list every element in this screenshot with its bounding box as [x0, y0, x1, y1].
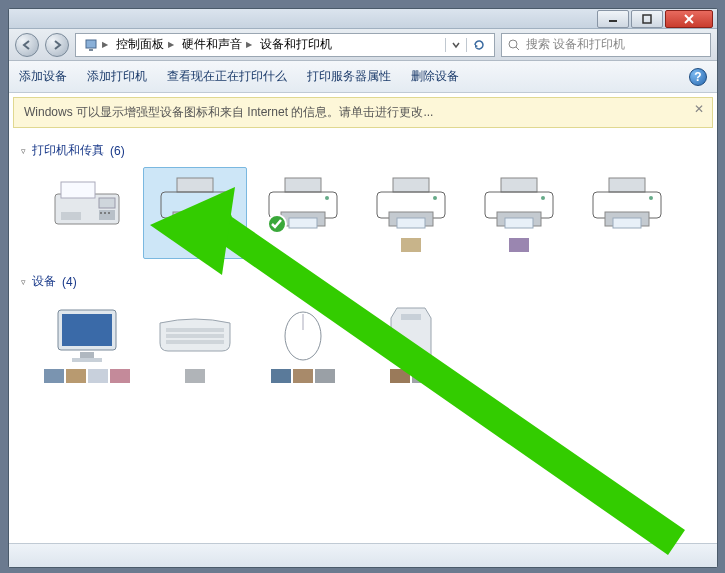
- swatch-row: [401, 238, 421, 252]
- info-close-button[interactable]: ✕: [694, 102, 704, 116]
- item-icon-box: [479, 174, 559, 234]
- svg-rect-5: [89, 49, 93, 51]
- color-swatch: [315, 369, 335, 383]
- maximize-icon: [642, 14, 652, 24]
- refresh-button[interactable]: [466, 38, 490, 52]
- printer-item[interactable]: [143, 167, 247, 259]
- search-icon: [508, 39, 520, 51]
- window-controls: [595, 10, 713, 28]
- color-swatch: [509, 238, 529, 252]
- item-icon-box: [371, 174, 451, 234]
- mouse-icon: [279, 308, 327, 362]
- printer-item[interactable]: [467, 167, 571, 259]
- explorer-window: ▶ 控制面板 ▶ 硬件和声音 ▶ 设备和打印机 搜索 设备和打印机: [8, 8, 718, 568]
- svg-rect-1: [643, 15, 651, 23]
- collapse-icon: ▿: [21, 277, 26, 287]
- swatch-row: [390, 369, 432, 383]
- arrow-right-icon: [51, 39, 63, 51]
- color-swatch: [44, 369, 64, 383]
- minimize-icon: [608, 14, 618, 24]
- help-icon: ?: [689, 68, 707, 86]
- content-pane: ▿ 打印机和传真 (6) ▿ 设备 (4): [9, 132, 717, 543]
- arrow-left-icon: [21, 39, 33, 51]
- color-swatch: [293, 369, 313, 383]
- nav-back-button[interactable]: [15, 33, 39, 57]
- breadcrumb-root[interactable]: ▶: [80, 38, 112, 52]
- close-button[interactable]: [665, 10, 713, 28]
- devices-group-body: [21, 294, 705, 400]
- search-input[interactable]: 搜索 设备和打印机: [501, 33, 711, 57]
- print-server-props-button[interactable]: 打印服务器属性: [307, 68, 391, 85]
- svg-rect-4: [86, 40, 96, 48]
- chevron-down-icon: [452, 41, 460, 49]
- printer-icon: [375, 176, 447, 232]
- add-device-button[interactable]: 添加设备: [19, 68, 67, 85]
- nav-forward-button[interactable]: [45, 33, 69, 57]
- color-swatch: [185, 369, 205, 383]
- breadcrumb-seg-2[interactable]: 硬件和声音 ▶: [178, 36, 256, 53]
- breadcrumb-label: 控制面板: [116, 36, 164, 53]
- printer-item[interactable]: [35, 167, 139, 259]
- device-item[interactable]: [35, 298, 139, 390]
- item-icon-box: [587, 174, 667, 234]
- printer-icon: [483, 176, 555, 232]
- breadcrumb[interactable]: ▶ 控制面板 ▶ 硬件和声音 ▶ 设备和打印机: [75, 33, 495, 57]
- keyboard-icon: [156, 315, 234, 355]
- svg-line-7: [516, 47, 519, 50]
- printer-item[interactable]: [251, 167, 355, 259]
- printers-group-body: [21, 163, 705, 269]
- remove-device-button[interactable]: 删除设备: [411, 68, 459, 85]
- color-swatch: [390, 369, 410, 383]
- swatch-row: [185, 369, 205, 383]
- color-swatch: [401, 238, 421, 252]
- breadcrumb-dropdown[interactable]: [445, 38, 466, 52]
- chevron-right-icon: ▶: [168, 40, 174, 49]
- swatch-row: [44, 369, 130, 383]
- item-icon-box: [155, 174, 235, 234]
- drive-icon: [387, 304, 435, 366]
- add-printer-button[interactable]: 添加打印机: [87, 68, 147, 85]
- collapse-icon: ▿: [21, 146, 26, 156]
- breadcrumb-label: 设备和打印机: [260, 36, 332, 53]
- printer-item[interactable]: [359, 167, 463, 259]
- group-label: 设备: [32, 273, 56, 290]
- default-check-icon: [267, 214, 287, 234]
- item-icon-box: [263, 305, 343, 365]
- see-printing-button[interactable]: 查看现在正在打印什么: [167, 68, 287, 85]
- search-placeholder: 搜索 设备和打印机: [526, 36, 625, 53]
- command-bar: 添加设备 添加打印机 查看现在正在打印什么 打印服务器属性 删除设备 ?: [9, 61, 717, 93]
- minimize-button[interactable]: [597, 10, 629, 28]
- color-swatch: [110, 369, 130, 383]
- item-icon-box: [371, 305, 451, 365]
- color-swatch: [412, 369, 432, 383]
- fax-icon: [51, 178, 123, 230]
- address-bar: ▶ 控制面板 ▶ 硬件和声音 ▶ 设备和打印机 搜索 设备和打印机: [9, 29, 717, 61]
- breadcrumb-seg-1[interactable]: 控制面板 ▶: [112, 36, 178, 53]
- breadcrumb-label: 硬件和声音: [182, 36, 242, 53]
- info-bar[interactable]: Windows 可以显示增强型设备图标和来自 Internet 的信息。请单击进…: [13, 97, 713, 128]
- color-swatch: [88, 369, 108, 383]
- maximize-button[interactable]: [631, 10, 663, 28]
- group-header-printers[interactable]: ▿ 打印机和传真 (6): [21, 138, 705, 163]
- help-button[interactable]: ?: [689, 68, 707, 86]
- group-label: 打印机和传真: [32, 142, 104, 159]
- svg-point-6: [509, 40, 517, 48]
- titlebar: [9, 9, 717, 29]
- color-swatch: [271, 369, 291, 383]
- group-header-devices[interactable]: ▿ 设备 (4): [21, 269, 705, 294]
- device-item[interactable]: [251, 298, 355, 390]
- refresh-icon: [472, 38, 486, 52]
- device-item[interactable]: [359, 298, 463, 390]
- device-item[interactable]: [143, 298, 247, 390]
- swatch-row: [509, 238, 529, 252]
- info-text: Windows 可以显示增强型设备图标和来自 Internet 的信息。请单击进…: [24, 105, 433, 119]
- color-swatch: [66, 369, 86, 383]
- group-count: (4): [62, 275, 77, 289]
- printer-icon: [591, 176, 663, 232]
- group-count: (6): [110, 144, 125, 158]
- chevron-right-icon: ▶: [102, 40, 108, 49]
- computer-icon: [84, 38, 98, 52]
- item-icon-box: [263, 174, 343, 234]
- breadcrumb-seg-3[interactable]: 设备和打印机: [256, 36, 336, 53]
- printer-item[interactable]: [575, 167, 679, 259]
